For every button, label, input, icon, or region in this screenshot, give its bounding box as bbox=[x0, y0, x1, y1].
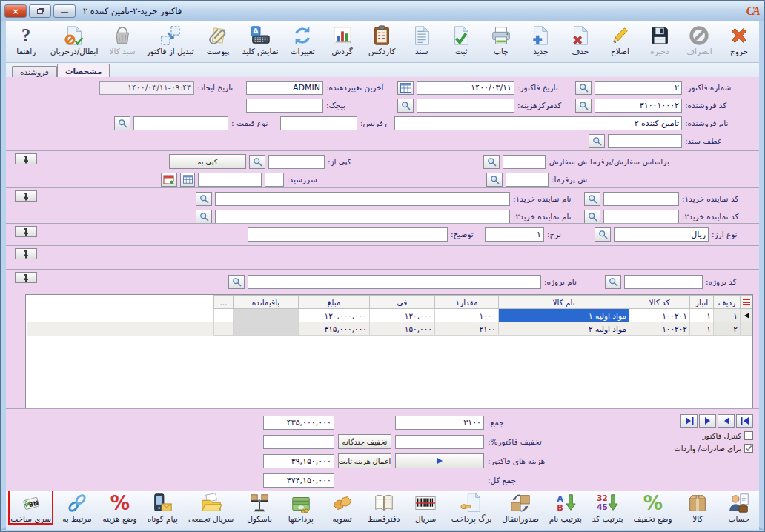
edit-button[interactable]: اصلاح bbox=[603, 23, 637, 56]
rep-name2-field[interactable] bbox=[215, 210, 510, 224]
doc-ref-lookup-button[interactable] bbox=[589, 134, 605, 148]
pin-order-section-button[interactable] bbox=[15, 153, 37, 164]
project-name-lookup-button[interactable] bbox=[228, 275, 245, 289]
apply-fixed-cost-button[interactable]: اعمال هزینه ثابت bbox=[338, 453, 391, 468]
next-record-button[interactable] bbox=[699, 414, 716, 428]
sms-button[interactable]: پیام کوتاه bbox=[145, 491, 179, 524]
last-record-button[interactable] bbox=[680, 414, 698, 428]
seller-name-field[interactable]: تامین کننده ۲ bbox=[394, 116, 682, 130]
column-header[interactable]: فی bbox=[370, 296, 435, 309]
goods-button[interactable]: کالا bbox=[680, 491, 715, 524]
rep-name2-lookup-button[interactable] bbox=[196, 210, 212, 224]
sort-by-code-button[interactable]: 3245بترتیب کد bbox=[591, 491, 625, 524]
column-header[interactable]: مبلغ bbox=[299, 296, 370, 309]
turnover-button[interactable]: گردش bbox=[325, 23, 360, 56]
pin-reps-section-button[interactable] bbox=[15, 190, 37, 202]
void-button[interactable]: ابطال/درجریان bbox=[49, 23, 100, 56]
batch-button[interactable]: BNسری ساخت bbox=[9, 491, 53, 524]
multi-discount-button[interactable]: تخفیف چندگانه bbox=[338, 434, 391, 449]
payment-sheet-button[interactable]: برگ پرداخت bbox=[450, 491, 494, 524]
account-button[interactable]: حساب bbox=[722, 491, 756, 524]
register-button[interactable]: ثبت bbox=[444, 23, 478, 56]
weighbridge-button[interactable]: باسکول bbox=[242, 491, 276, 524]
column-header[interactable]: مقدار۱ bbox=[435, 296, 499, 309]
first-record-button[interactable] bbox=[736, 414, 753, 428]
pin-extra-section-button[interactable] bbox=[15, 248, 37, 259]
seller-code-lookup-button[interactable] bbox=[575, 99, 592, 113]
show-key-button[interactable]: Aنمایش کلید bbox=[241, 23, 280, 56]
close-button[interactable]: × bbox=[4, 4, 27, 18]
invoice-date-calendar-button[interactable] bbox=[397, 81, 414, 95]
rep-code2-field[interactable] bbox=[603, 210, 679, 224]
last-modifier-field[interactable]: ADMIN bbox=[246, 81, 323, 95]
rep-code1-lookup-button[interactable] bbox=[584, 192, 600, 206]
cost-center-lookup-button[interactable] bbox=[397, 99, 414, 113]
column-header[interactable]: انبار bbox=[690, 296, 714, 309]
currency-field[interactable]: ریال bbox=[614, 227, 709, 242]
convert-invoice-button[interactable]: تبدیل از فاکتور bbox=[145, 23, 196, 56]
minimize-button[interactable]: — bbox=[53, 4, 76, 18]
installment-book-button[interactable]: دفترقسط bbox=[366, 491, 401, 524]
payments-button[interactable]: پرداختها bbox=[284, 491, 318, 524]
order-no-lookup-button[interactable] bbox=[483, 155, 500, 169]
order-no-field[interactable] bbox=[503, 155, 546, 169]
previous-record-button[interactable] bbox=[718, 414, 735, 428]
cumulative-serial-button[interactable]: سریال تجمعی bbox=[187, 491, 235, 524]
grid-filter-icon[interactable] bbox=[742, 299, 750, 305]
help-button[interactable]: ?راهنما bbox=[9, 23, 43, 56]
project-code-lookup-button[interactable] bbox=[605, 275, 621, 289]
exit-button[interactable]: خروج bbox=[722, 23, 756, 56]
discount-status-button[interactable]: %وضع تخفیف bbox=[632, 491, 674, 524]
rate-field[interactable]: ۱ bbox=[485, 227, 544, 242]
column-header[interactable]: نام کالا bbox=[499, 296, 629, 309]
sort-by-name-button[interactable]: ABبترتیب نام bbox=[548, 491, 583, 524]
column-header[interactable]: کد کالا bbox=[629, 296, 690, 309]
export-import-checkbox[interactable] bbox=[744, 444, 753, 453]
invoice-no-lookup-button[interactable] bbox=[575, 81, 592, 95]
project-code-field[interactable] bbox=[624, 275, 703, 289]
table-row[interactable]: ۱۱۱۰۰۲۰۱مواد اولیه ۱۱۰۰۰۱۲۰,۰۰۰۱۲۰,۰۰۰,۰… bbox=[27, 309, 752, 322]
document-button[interactable]: سند bbox=[405, 23, 439, 56]
new-button[interactable]: جدید bbox=[523, 23, 557, 56]
price-type-field[interactable] bbox=[133, 116, 228, 130]
save-button[interactable]: ذخیره bbox=[643, 23, 677, 56]
invoice-control-checkbox[interactable] bbox=[744, 431, 753, 440]
currency-lookup-button[interactable] bbox=[595, 227, 611, 242]
invoice-costs-button[interactable] bbox=[395, 453, 484, 468]
table-row[interactable]: ۲۱۱۰۰۲۰۲مواد اولیه ۲۲۱۰۰۱۵۰,۰۰۰۳۱۵,۰۰۰,۰… bbox=[27, 322, 752, 336]
reference-field[interactable] bbox=[280, 116, 357, 130]
invoice-discount-field[interactable] bbox=[395, 435, 484, 449]
print-button[interactable]: چاپ bbox=[484, 23, 518, 56]
discount-amount-field[interactable] bbox=[263, 435, 334, 449]
delete-button[interactable]: حذف bbox=[563, 23, 597, 56]
attachment-button[interactable]: پیوست bbox=[201, 23, 235, 56]
invoice-no-field[interactable]: ۲ bbox=[595, 81, 682, 95]
kardex-button[interactable]: کاردکس bbox=[365, 23, 399, 56]
copy-from-lookup-button[interactable] bbox=[249, 155, 265, 169]
basket-button[interactable]: سبد کالا bbox=[105, 23, 139, 56]
due-date-field[interactable] bbox=[198, 173, 262, 187]
proforma-no-lookup-button[interactable] bbox=[486, 173, 503, 187]
cost-center-field[interactable] bbox=[417, 99, 514, 113]
note-field[interactable] bbox=[248, 227, 448, 242]
rep-code2-lookup-button[interactable] bbox=[584, 210, 600, 224]
due-date-calendar-button[interactable] bbox=[180, 173, 195, 187]
changes-button[interactable]: تغییرات bbox=[285, 23, 319, 56]
pin-currency-section-button[interactable] bbox=[15, 226, 37, 237]
bijak-field[interactable] bbox=[246, 99, 323, 113]
related-to-button[interactable]: مرتبط به bbox=[60, 491, 94, 524]
copy-from-field[interactable] bbox=[268, 155, 325, 169]
settlement-button[interactable]: تسویه bbox=[325, 491, 360, 524]
tab-specifications[interactable]: مشخصات bbox=[57, 64, 110, 77]
cancel-button[interactable]: انصراف bbox=[682, 23, 716, 56]
invoice-date-field[interactable]: ۱۴۰۰/۰۳/۱۱ bbox=[417, 81, 514, 95]
column-header[interactable]: باقیمانده bbox=[234, 296, 299, 309]
due-date-schedule-button[interactable] bbox=[161, 173, 177, 187]
serial-button[interactable]: سریال bbox=[408, 491, 443, 524]
pin-project-section-button[interactable] bbox=[15, 272, 37, 283]
price-type-lookup-button[interactable] bbox=[114, 116, 130, 130]
transfer-button[interactable]: صدورانتقال bbox=[500, 491, 540, 524]
column-header[interactable]: ... bbox=[214, 296, 234, 309]
cost-status-button[interactable]: %وضع هزینه bbox=[102, 491, 139, 524]
rep-name1-lookup-button[interactable] bbox=[196, 192, 212, 206]
